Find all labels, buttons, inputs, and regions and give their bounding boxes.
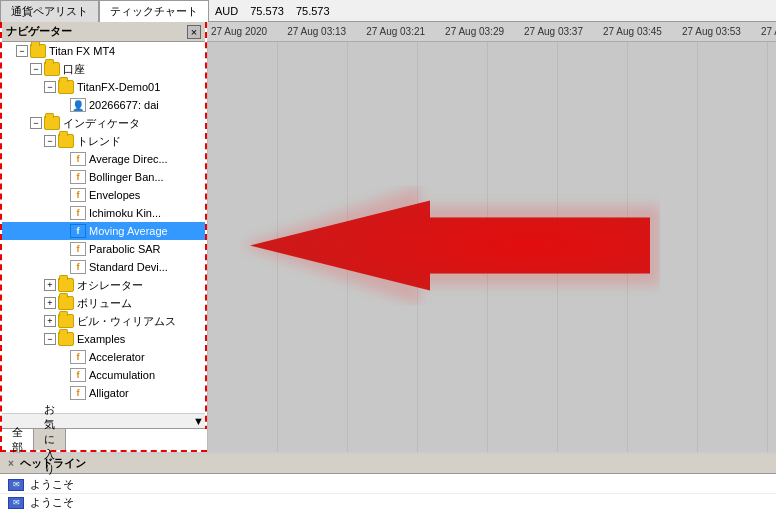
tree-oscillator-label: オシレーター <box>77 278 143 293</box>
tree-stddev[interactable]: f Standard Devi... <box>2 258 205 276</box>
time-label-7: 27 Aug 04:01 <box>761 26 776 37</box>
headline-row-1[interactable]: ✉ ようこそ <box>0 494 776 510</box>
tree-trend[interactable]: − トレンド <box>2 132 205 150</box>
headline-text-0: ようこそ <box>30 477 74 492</box>
headline-text-1: ようこそ <box>30 495 74 510</box>
top-bar: 通貨ペアリスト ティックチャート AUD 75.573 75.573 <box>0 0 776 22</box>
currency-value1: 75.573 <box>244 5 290 17</box>
folder-icon-indicator <box>44 116 60 130</box>
tree-williams-label: ビル・ウィリアムス <box>77 314 176 329</box>
time-label-2: 27 Aug 03:21 <box>366 26 425 37</box>
tree-trend-label: トレンド <box>77 134 121 149</box>
folder-icon-demo01 <box>58 80 74 94</box>
expand-titanfx[interactable]: − <box>16 45 28 57</box>
fx-icon-accelerator: f <box>70 350 86 364</box>
expand-indicator[interactable]: − <box>30 117 42 129</box>
tree-williams[interactable]: + ビル・ウィリアムス <box>2 312 205 330</box>
tree-dai[interactable]: 👤 20266677: dai <box>2 96 205 114</box>
folder-icon-titanfx <box>30 44 46 58</box>
tab-currency-pairs[interactable]: 通貨ペアリスト <box>0 0 99 22</box>
tree-bollinger[interactable]: f Bollinger Ban... <box>2 168 205 186</box>
tree-envelopes-label: Envelopes <box>89 189 140 201</box>
fx-icon-stddev: f <box>70 260 86 274</box>
tree-demo01[interactable]: − TitanFX-Demo01 <box>2 78 205 96</box>
fx-icon-movingavg: f <box>70 224 86 238</box>
tree-examples[interactable]: − Examples <box>2 330 205 348</box>
tree-parabolicsar-label: Parabolic SAR <box>89 243 161 255</box>
tree-indicator-label: インディケータ <box>63 116 140 131</box>
tree-container: − Titan FX MT4 − 口座 − TitanFX-Demo01 👤 2… <box>2 42 205 413</box>
fx-icon-bollinger: f <box>70 170 86 184</box>
expand-oscillator[interactable]: + <box>44 279 56 291</box>
folder-icon-volume <box>58 296 74 310</box>
headline-icon-1: ✉ <box>8 497 24 509</box>
tree-avgdir[interactable]: f Average Direc... <box>2 150 205 168</box>
folder-icon-examples <box>58 332 74 346</box>
tree-accelerator[interactable]: f Accelerator <box>2 348 205 366</box>
nav-tab-favorites[interactable]: お気に入り <box>34 429 66 450</box>
nav-tab-all[interactable]: 全部 <box>2 429 34 450</box>
tree-envelopes[interactable]: f Envelopes <box>2 186 205 204</box>
expand-examples[interactable]: − <box>44 333 56 345</box>
expand-trend[interactable]: − <box>44 135 56 147</box>
folder-icon-oscillator <box>58 278 74 292</box>
arrow-container <box>240 186 660 309</box>
tree-accelerator-label: Accelerator <box>89 351 145 363</box>
headline-row-0[interactable]: ✉ ようこそ <box>0 476 776 494</box>
time-label-6: 27 Aug 03:53 <box>682 26 741 37</box>
tree-movingavg[interactable]: f Moving Average <box>2 222 205 240</box>
headline-icon-0: ✉ <box>8 479 24 491</box>
nav-title: ナビゲーター <box>6 24 72 39</box>
tree-demo01-label: TitanFX-Demo01 <box>77 81 160 93</box>
tree-alligator[interactable]: f Alligator <box>2 384 205 402</box>
folder-icon-williams <box>58 314 74 328</box>
fx-icon-alligator: f <box>70 386 86 400</box>
tree-accumulation-label: Accumulation <box>89 369 155 381</box>
tree-avgdir-label: Average Direc... <box>89 153 168 165</box>
tree-oscillator[interactable]: + オシレーター <box>2 276 205 294</box>
person-icon-dai: 👤 <box>70 98 86 112</box>
fx-icon-ichimoku: f <box>70 206 86 220</box>
tree-volume[interactable]: + ボリューム <box>2 294 205 312</box>
tree-dai-label: 20266677: dai <box>89 99 159 111</box>
tree-parabolicsar[interactable]: f Parabolic SAR <box>2 240 205 258</box>
fx-icon-avgdir: f <box>70 152 86 166</box>
headline-panel: × ヘッドライン ✉ ようこそ ✉ ようこそ 取引口座に接続しました。ブローカー… <box>0 452 776 510</box>
chart-header-bar: 27 Aug 2020 27 Aug 03:13 27 Aug 03:21 27… <box>207 22 776 42</box>
expand-demo01[interactable]: − <box>44 81 56 93</box>
tree-accumulation[interactable]: f Accumulation <box>2 366 205 384</box>
folder-icon-account <box>44 62 60 76</box>
headline-close-btn[interactable]: × <box>8 458 14 469</box>
expand-williams[interactable]: + <box>44 315 56 327</box>
expand-account[interactable]: − <box>30 63 42 75</box>
folder-icon-trend <box>58 134 74 148</box>
tree-ichimoku[interactable]: f Ichimoku Kin... <box>2 204 205 222</box>
tree-stddev-label: Standard Devi... <box>89 261 168 273</box>
nav-bottom-tabs: 全部 お気に入り <box>2 428 205 450</box>
tree-examples-label: Examples <box>77 333 125 345</box>
arrow-svg <box>240 186 660 306</box>
scroll-down-btn[interactable]: ▼ <box>193 415 204 427</box>
tree-alligator-label: Alligator <box>89 387 129 399</box>
nav-search-input[interactable] <box>66 429 212 450</box>
headline-rows: ✉ ようこそ ✉ ようこそ <box>0 474 776 510</box>
chart-area: 27 Aug 2020 27 Aug 03:13 27 Aug 03:21 27… <box>207 22 776 452</box>
time-label-3: 27 Aug 03:29 <box>445 26 504 37</box>
tree-account[interactable]: − 口座 <box>2 60 205 78</box>
tree-titanfx[interactable]: − Titan FX MT4 <box>2 42 205 60</box>
main-layout: ナビゲーター × − Titan FX MT4 − 口座 − TitanFX-D… <box>0 22 776 452</box>
currency-label: AUD <box>209 5 244 17</box>
expand-volume[interactable]: + <box>44 297 56 309</box>
tree-volume-label: ボリューム <box>77 296 132 311</box>
time-label-1: 27 Aug 03:13 <box>287 26 346 37</box>
chart-body <box>207 42 776 452</box>
time-label-0: 27 Aug 2020 <box>211 26 267 37</box>
time-label-5: 27 Aug 03:45 <box>603 26 662 37</box>
tree-indicator[interactable]: − インディケータ <box>2 114 205 132</box>
fx-icon-accumulation: f <box>70 368 86 382</box>
nav-close-button[interactable]: × <box>187 25 201 39</box>
fx-icon-envelopes: f <box>70 188 86 202</box>
tree-ichimoku-label: Ichimoku Kin... <box>89 207 161 219</box>
tab-tick-chart[interactable]: ティックチャート <box>99 0 209 22</box>
fx-icon-parabolicsar: f <box>70 242 86 256</box>
